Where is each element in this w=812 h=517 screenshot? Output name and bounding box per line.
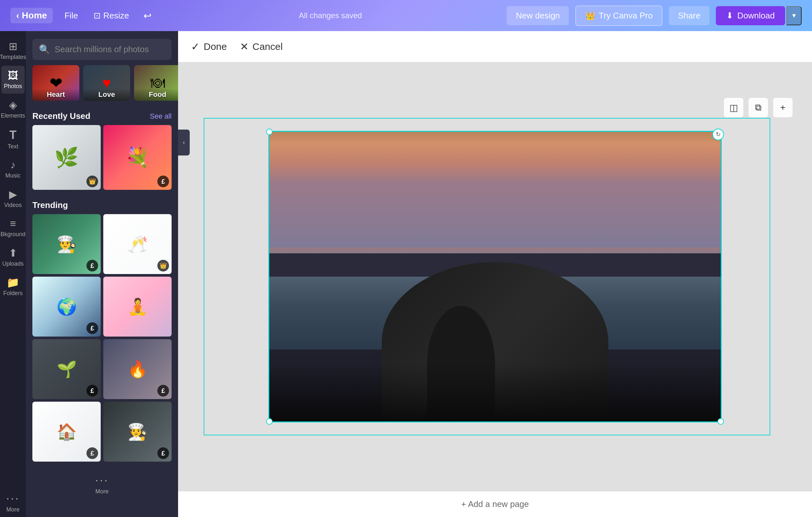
templates-icon: ⊞: [9, 40, 18, 53]
sidebar-item-uploads[interactable]: ⬆ Uploads: [1, 243, 25, 271]
pound-badge-7: £: [86, 385, 98, 397]
sidebar-uploads-label: Uploads: [2, 261, 24, 267]
sidebar-photos-label: Photos: [4, 83, 22, 90]
resize-button[interactable]: ⊡ Resize: [90, 8, 133, 23]
trending-photo-6[interactable]: 🔥 £: [103, 339, 172, 399]
chip-food-label: Food: [134, 88, 178, 101]
elements-icon: ◈: [9, 99, 17, 111]
more-label: More: [95, 488, 109, 495]
edit-toolbar: ✓ Done ✕ Cancel: [178, 31, 812, 62]
trending-header: Trending: [26, 195, 178, 214]
trending-grid: 👨‍🍳 £ 🥂 👑 🌍 £ 🧘 🌱 £ 🔥 £ 🏠 £ 🧑‍🍳 £: [26, 214, 178, 467]
recent-photo-1[interactable]: 🌿 👑: [32, 125, 101, 190]
share-button[interactable]: Share: [669, 6, 709, 25]
undo-button[interactable]: ↩: [141, 7, 154, 24]
background-icon: ≡: [10, 218, 16, 230]
sidebar-templates-label: Templates: [0, 54, 26, 61]
sidebar-item-folders[interactable]: 📁 Folders: [1, 272, 25, 301]
chevron-down-icon: ▾: [792, 11, 796, 20]
sidebar-item-text[interactable]: T Text: [1, 125, 25, 154]
sidebar-item-photos[interactable]: 🖼 Photos: [1, 66, 25, 93]
crown-badge-1: 👑: [86, 175, 98, 187]
trending-photo-1[interactable]: 👨‍🍳 £: [32, 214, 101, 274]
see-all-button[interactable]: See all: [150, 112, 172, 120]
trending-photo-3[interactable]: 🌍 £: [32, 277, 101, 336]
add-page-button[interactable]: + Add a new page: [178, 491, 812, 517]
autosave-status: All changes saved: [162, 11, 499, 20]
trending-photo-2[interactable]: 🥂 👑: [103, 214, 172, 274]
chip-heart[interactable]: ❤ Heart: [32, 65, 79, 101]
recently-used-grid: 🌿 👑 💐 £: [26, 125, 178, 195]
chip-food[interactable]: 🍽 Food: [134, 65, 178, 101]
sidebar-item-elements[interactable]: ◈ Elements: [1, 95, 25, 123]
trending-photo-5[interactable]: 🌱 £: [32, 339, 101, 399]
sidebar-text-label: Text: [7, 143, 18, 150]
category-chips: ❤ Heart ♥ Love 🍽 Food ›: [26, 65, 178, 106]
recently-used-header: Recently Used See all: [26, 106, 178, 125]
recent-photo-2[interactable]: 💐 £: [103, 125, 172, 190]
image-canvas[interactable]: ↻: [268, 131, 722, 423]
canvas-scroll: ◫ ⧉ +: [178, 62, 812, 491]
download-icon: ⬇: [726, 11, 733, 21]
pound-badge-9: £: [86, 447, 98, 459]
sidebar-background-label: Bkground: [0, 231, 25, 238]
folders-icon: 📁: [6, 276, 20, 289]
more-icon: ···: [6, 491, 20, 505]
done-button[interactable]: ✓ Done: [191, 40, 227, 53]
sidebar-more-label: More: [6, 506, 20, 513]
videos-icon: ▶: [9, 188, 17, 200]
canvas-image: [268, 131, 722, 423]
resize-icon: ⊡: [93, 11, 101, 21]
text-icon: T: [9, 128, 17, 142]
download-button[interactable]: ⬇ Download: [716, 6, 785, 25]
hide-panel-button[interactable]: ‹: [178, 130, 190, 156]
top-navigation: ‹ Home File ⊡ Resize ↩ All changes saved…: [0, 0, 812, 31]
x-icon: ✕: [240, 40, 249, 53]
sidebar-item-more[interactable]: ··· More: [1, 488, 25, 517]
sidebar-item-background[interactable]: ≡ Bkground: [1, 214, 25, 242]
duplicate-button[interactable]: ⧉: [749, 98, 768, 117]
chip-love[interactable]: ♥ Love: [83, 65, 130, 101]
trending-photo-7[interactable]: 🏠 £: [32, 402, 101, 462]
photos-icon: 🖼: [8, 70, 18, 82]
foreground-dark: [268, 364, 722, 423]
trending-photo-8[interactable]: 🧑‍🍳 £: [103, 402, 172, 462]
cancel-button[interactable]: ✕ Cancel: [240, 40, 283, 53]
sidebar-item-music[interactable]: ♪ Music: [1, 155, 25, 183]
search-bar: 🔍: [32, 39, 172, 60]
search-input[interactable]: [55, 45, 165, 54]
sidebar-music-label: Music: [5, 172, 20, 179]
sidebar-item-videos[interactable]: ▶ Videos: [1, 184, 25, 213]
pound-badge-3: £: [86, 260, 98, 271]
canvas-floating-toolbar: ◫ ⧉ +: [724, 98, 792, 117]
chip-heart-label: Heart: [32, 88, 79, 101]
photos-panel: 🔍 ❤ Heart ♥ Love 🍽 Food › Recently Used …: [26, 31, 178, 517]
new-design-button[interactable]: New design: [507, 6, 569, 25]
nav-right-actions: New design 👑 Try Canva Pro Share ⬇ Downl…: [507, 5, 802, 26]
copy-style-button[interactable]: ◫: [724, 98, 743, 117]
chevron-left-icon: ‹: [16, 10, 19, 21]
pound-badge-2: £: [157, 175, 169, 187]
uploads-icon: ⬆: [9, 247, 18, 259]
download-group: ⬇ Download ▾: [716, 6, 802, 25]
sidebar-folders-label: Folders: [3, 290, 23, 297]
download-options-button[interactable]: ▾: [786, 6, 802, 25]
duplicate-icon: ⧉: [755, 102, 761, 113]
sidebar-item-templates[interactable]: ⊞ Templates: [1, 36, 25, 64]
pound-badge-5: £: [86, 322, 98, 334]
crown-badge-4: 👑: [157, 260, 169, 271]
hide-panel-icon: ‹: [183, 140, 184, 145]
home-button[interactable]: ‹ Home: [10, 8, 53, 23]
file-button[interactable]: File: [61, 8, 82, 23]
search-icon: 🔍: [39, 44, 50, 55]
trending-photo-4[interactable]: 🧘: [103, 277, 172, 336]
sky-layer: [268, 131, 722, 262]
add-button[interactable]: +: [773, 98, 792, 117]
left-sidebar: ⊞ Templates 🖼 Photos ◈ Elements T Text ♪…: [0, 31, 26, 517]
recently-used-title: Recently Used: [32, 111, 90, 121]
chip-love-label: Love: [83, 88, 130, 101]
more-button[interactable]: ··· More: [26, 467, 178, 501]
more-dots-icon: ···: [95, 473, 109, 487]
music-icon: ♪: [10, 159, 16, 171]
try-pro-button[interactable]: 👑 Try Canva Pro: [575, 5, 662, 26]
